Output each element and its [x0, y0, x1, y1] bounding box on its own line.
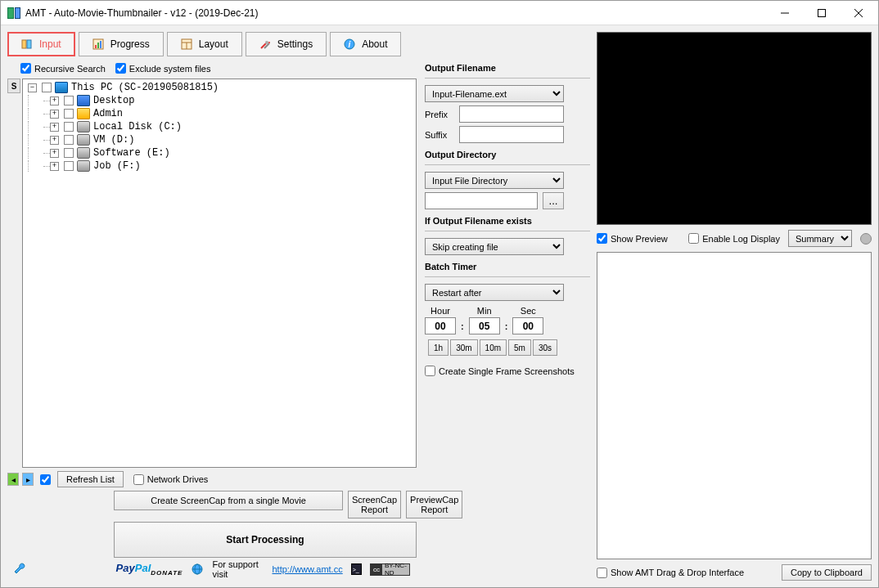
tree-expand-icon[interactable]: + [50, 136, 59, 145]
log-area[interactable] [597, 252, 872, 559]
tab-about-label: About [362, 38, 387, 50]
folder-tree[interactable]: −This PC (SC-201905081815) +Desktop +Adm… [22, 79, 417, 468]
tree-expand-icon[interactable]: + [50, 110, 59, 119]
exclude-check[interactable]: Exclude system files [115, 63, 211, 74]
cc-license[interactable]: ccBY-NC-ND [370, 563, 410, 576]
hour-input[interactable] [425, 317, 456, 334]
copy-clipboard-button[interactable]: Copy to Clipboard [782, 564, 872, 581]
timer-select[interactable]: Restart after [425, 284, 564, 301]
tab-settings[interactable]: Settings [246, 32, 327, 56]
tree-item[interactable]: VM (D:) [93, 134, 134, 146]
window-title: AMT - Auto-Movie-Thumbnailer - v12 - (20… [25, 7, 766, 19]
min-input[interactable] [469, 317, 500, 334]
browse-button[interactable]: ... [543, 192, 564, 209]
tree-item[interactable]: Local Disk (C:) [93, 121, 182, 132]
tree-checkbox[interactable] [64, 122, 74, 132]
tree-root[interactable]: This PC (SC-201905081815) [71, 82, 219, 93]
maximize-button[interactable] [803, 1, 840, 25]
desktop-icon [77, 95, 90, 106]
output-dir-section: Output Directory Input File Directory ..… [425, 150, 590, 209]
app-icon [7, 7, 20, 19]
preview-pane [597, 32, 872, 225]
tree-item[interactable]: Software (E:) [93, 147, 170, 159]
svg-rect-5 [27, 40, 31, 48]
tab-about[interactable]: i About [330, 32, 401, 56]
preset-1h[interactable]: 1h [428, 339, 449, 356]
preset-5m[interactable]: 5m [508, 339, 531, 356]
sec-label: Sec [521, 306, 536, 316]
prefix-input[interactable] [459, 105, 564, 123]
filename-select[interactable]: Input-Filename.ext [425, 85, 564, 102]
support-link[interactable]: http://www.amt.cc [272, 564, 342, 574]
tree-item[interactable]: Admin [93, 108, 123, 119]
tree-expand-icon[interactable]: + [50, 149, 59, 158]
pc-icon [55, 82, 68, 93]
svg-text:i: i [349, 40, 351, 49]
screencap-report-button[interactable]: ScreenCapReport [348, 491, 401, 518]
output-filename-label: Output Filename [425, 63, 590, 73]
tab-input[interactable]: Input [7, 32, 75, 56]
tree-checkbox[interactable] [64, 96, 74, 105]
svg-point-16 [268, 42, 270, 43]
drive-icon [77, 121, 90, 132]
hour-label: Hour [430, 306, 450, 316]
min-label: Min [477, 306, 492, 316]
terminal-icon[interactable] [351, 563, 362, 575]
tree-checkbox[interactable] [64, 109, 74, 119]
support-label: For support visit [212, 559, 264, 579]
single-frame-check[interactable]: Create Single Frame Screenshots [425, 366, 590, 376]
single-movie-button[interactable]: Create ScreenCap from a single Movie [114, 491, 343, 510]
dir-path-input[interactable] [425, 192, 538, 209]
globe-icon[interactable] [191, 563, 204, 576]
drive-icon [77, 147, 90, 159]
tree-expand-icon[interactable]: + [50, 123, 59, 132]
main-window: AMT - Auto-Movie-Thumbnailer - v12 - (20… [0, 0, 879, 588]
tab-progress[interactable]: Progress [79, 32, 164, 56]
exists-section: If Output Filename exists Skip creating … [425, 216, 590, 255]
tree-item[interactable]: Job (F:) [93, 160, 141, 172]
enable-log-check[interactable]: Enable Log Display [688, 233, 780, 244]
tree-item[interactable]: Desktop [93, 95, 134, 106]
prefix-label: Prefix [425, 110, 454, 119]
tab-settings-label: Settings [277, 38, 313, 50]
sec-input[interactable] [512, 317, 543, 334]
close-button[interactable] [840, 1, 877, 25]
s-button[interactable]: S [7, 79, 20, 93]
tree-expand-icon[interactable]: + [50, 97, 59, 105]
suffix-input[interactable] [459, 126, 564, 143]
start-button[interactable]: Start Processing [114, 522, 417, 558]
tab-progress-label: Progress [110, 38, 150, 50]
tree-checkbox[interactable] [64, 161, 74, 171]
show-preview-check[interactable]: Show Preview [597, 233, 668, 244]
output-dir-label: Output Directory [425, 150, 590, 159]
wrench-icon[interactable] [14, 563, 27, 576]
nav-back-button[interactable]: ◂ [7, 473, 19, 486]
svg-rect-8 [97, 43, 99, 48]
progress-icon [92, 38, 104, 50]
log-level-select[interactable]: Summary [788, 230, 852, 247]
tree-checkbox[interactable] [42, 83, 52, 92]
settings-icon [259, 38, 271, 50]
dir-select[interactable]: Input File Directory [425, 172, 564, 189]
minimize-button[interactable] [766, 1, 803, 25]
about-icon: i [344, 38, 355, 50]
recursive-check[interactable]: Recursive Search [20, 63, 106, 74]
footer-check[interactable] [40, 474, 51, 485]
svg-rect-1 [818, 9, 825, 16]
paypal-donate[interactable]: PayPalDONATE [116, 562, 183, 577]
tree-checkbox[interactable] [64, 135, 74, 145]
input-icon [21, 38, 33, 50]
exists-select[interactable]: Skip creating file [425, 238, 564, 255]
svg-rect-9 [100, 41, 101, 48]
preset-30s[interactable]: 30s [533, 339, 557, 356]
tree-checkbox[interactable] [64, 148, 74, 158]
tab-layout[interactable]: Layout [167, 32, 242, 56]
network-drives-check[interactable]: Network Drives [133, 474, 209, 485]
tree-expand-icon[interactable]: + [50, 162, 59, 171]
refresh-button[interactable]: Refresh List [57, 471, 124, 487]
preset-10m[interactable]: 10m [480, 339, 507, 356]
tree-collapse-icon[interactable]: − [28, 83, 37, 92]
nav-fwd-button[interactable]: ▸ [22, 473, 34, 486]
preset-30m[interactable]: 30m [450, 339, 477, 356]
drag-drop-check[interactable]: Show AMT Drag & Drop Interface [597, 568, 744, 578]
